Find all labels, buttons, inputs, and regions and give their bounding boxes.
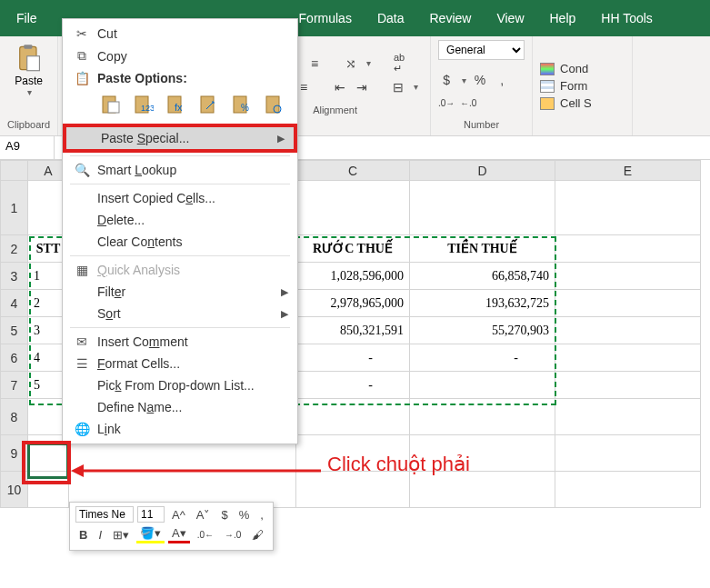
row-head[interactable]: 4 — [1, 290, 28, 317]
format-as-table[interactable]: Form — [540, 77, 625, 95]
ctx-quick-analysis: ▦Quick Analysis — [63, 259, 297, 281]
ctx-paste-options-header: 📋Paste Options: — [63, 67, 297, 89]
cell-header-tienthue[interactable]: TIỀN THUẾ — [410, 235, 555, 263]
mini-fill-color-icon[interactable]: 🪣▾ — [136, 525, 165, 543]
cell[interactable]: - — [296, 372, 410, 399]
svg-rect-2 — [26, 56, 39, 71]
cell[interactable]: 193,632,725 — [410, 290, 555, 317]
wrap-text-icon[interactable]: ab↵ — [391, 55, 407, 72]
cell[interactable]: - — [296, 344, 410, 372]
inc-indent-icon[interactable]: ⇥ — [354, 79, 370, 95]
comma-icon[interactable]: , — [494, 72, 510, 88]
percent-icon[interactable]: % — [472, 72, 488, 88]
orientation-icon[interactable]: ⤭ — [343, 55, 359, 72]
ctx-insert-comment[interactable]: ✉Insert Comment — [63, 331, 297, 353]
mini-currency-icon[interactable]: $ — [217, 507, 231, 523]
name-box[interactable]: A9 — [0, 136, 55, 159]
row-head[interactable]: 2 — [1, 235, 28, 263]
paste-opt-link[interactable] — [261, 91, 288, 118]
mini-font-size[interactable] — [137, 506, 165, 523]
paste-options-row: 123 fx % — [63, 89, 297, 124]
mini-shrink-font[interactable]: A˅ — [193, 507, 215, 523]
ctx-sort[interactable]: Sort▶ — [63, 303, 297, 324]
ctx-delete[interactable]: Delete... — [63, 209, 297, 231]
align-bot-icon[interactable]: ≡ — [306, 55, 323, 72]
mini-bold[interactable]: B — [75, 527, 91, 543]
group-number: General $▾ % , .0→ ←.0 Number — [431, 36, 533, 135]
mini-italic[interactable]: I — [95, 527, 105, 543]
cell[interactable] — [410, 372, 555, 399]
cell[interactable]: 2,978,965,000 — [296, 290, 410, 317]
paste-opt-formulas[interactable]: fx — [163, 91, 190, 118]
row-head[interactable]: 7 — [1, 372, 28, 399]
cell-header-truocthue[interactable]: RƯỚC THUẾ — [296, 235, 410, 263]
ctx-filter[interactable]: Filter▶ — [63, 281, 297, 303]
row-head[interactable]: 6 — [1, 344, 28, 372]
ctx-format-cells[interactable]: ☰Format Cells... — [63, 353, 297, 374]
dec-decimal-icon[interactable]: ←.0 — [460, 95, 476, 111]
mini-font-color-icon[interactable]: A▾ — [168, 525, 190, 543]
tab-file[interactable]: File — [4, 2, 50, 35]
submenu-arrow-icon: ▶ — [281, 308, 288, 320]
paste-opt-all[interactable] — [97, 91, 125, 118]
conditional-formatting[interactable]: Cond — [540, 60, 625, 77]
cell[interactable]: - — [410, 344, 555, 372]
search-icon: 🔍 — [72, 163, 92, 177]
clipboard-paste-icon — [16, 44, 42, 73]
paste-opt-transpose[interactable] — [195, 91, 223, 118]
col-head-d[interactable]: D — [410, 161, 555, 181]
mini-font-name[interactable] — [75, 506, 134, 523]
row-head[interactable]: 10 — [1, 472, 28, 508]
ctx-cut[interactable]: ✂Cut — [63, 23, 297, 45]
tab-hhtools[interactable]: HH Tools — [588, 2, 665, 35]
tab-view[interactable]: View — [484, 2, 536, 35]
mini-percent-icon[interactable]: % — [235, 507, 254, 523]
ctx-copy[interactable]: ⧉Copy — [63, 45, 297, 67]
tab-review[interactable]: Review — [417, 2, 485, 35]
mini-inc-decimal-icon[interactable]: →.0 — [221, 529, 245, 541]
group-number-label: Number — [438, 117, 525, 132]
select-all-corner[interactable] — [1, 161, 28, 181]
ctx-define-name[interactable]: Define Name... — [63, 396, 297, 418]
cell-styles[interactable]: Cell S — [540, 95, 625, 112]
chevron-down-icon: ▾ — [27, 87, 32, 97]
merge-icon[interactable]: ⊟ — [390, 79, 406, 95]
ctx-pick-list[interactable]: Pick From Drop-down List... — [63, 374, 297, 396]
tab-data[interactable]: Data — [365, 2, 417, 35]
group-alignment-label: Alignment — [313, 103, 357, 117]
row-head[interactable]: 8 — [1, 399, 28, 435]
submenu-arrow-icon: ▶ — [277, 133, 285, 145]
cell[interactable]: 66,858,740 — [410, 263, 555, 290]
number-format-select[interactable]: General — [438, 40, 525, 60]
context-menu: ✂Cut ⧉Copy 📋Paste Options: 123 fx % Past… — [62, 18, 298, 444]
ctx-link[interactable]: 🌐Link — [63, 418, 297, 440]
col-head-c[interactable]: C — [296, 161, 410, 181]
svg-rect-4 — [108, 102, 119, 113]
mini-grow-font[interactable]: A^ — [168, 507, 189, 523]
svg-text:%: % — [241, 103, 249, 113]
mini-borders-icon[interactable]: ⊞▾ — [109, 527, 133, 543]
mini-format-painter-icon[interactable]: 🖌 — [248, 527, 267, 543]
cell[interactable]: 55,270,903 — [410, 317, 555, 344]
ctx-paste-special[interactable]: Paste Special...▶ — [63, 124, 297, 153]
row-head[interactable]: 9 — [1, 435, 28, 472]
mini-dec-decimal-icon[interactable]: .0← — [194, 529, 217, 541]
dec-indent-icon[interactable]: ⇤ — [332, 79, 348, 95]
currency-icon[interactable]: $ — [438, 72, 455, 88]
group-styles: Cond Form Cell S — [533, 36, 633, 135]
row-head[interactable]: 5 — [1, 317, 28, 344]
cell[interactable]: 850,321,591 — [296, 317, 410, 344]
cell[interactable]: 1,028,596,000 — [296, 263, 410, 290]
mini-comma-icon[interactable]: , — [256, 507, 267, 523]
ctx-smart-lookup[interactable]: 🔍Smart Lookup — [63, 159, 297, 181]
ctx-clear-contents[interactable]: Clear Contents — [63, 231, 297, 253]
ctx-insert-copied[interactable]: Insert Copied Cells... — [63, 187, 297, 209]
row-head[interactable]: 3 — [1, 263, 28, 290]
paste-opt-values[interactable]: 123 — [130, 91, 157, 118]
tab-help[interactable]: Help — [537, 2, 589, 35]
row-head[interactable]: 1 — [1, 181, 28, 235]
paste-button[interactable]: Paste ▾ — [7, 40, 50, 101]
inc-decimal-icon[interactable]: .0→ — [438, 95, 455, 111]
col-head-e[interactable]: E — [555, 161, 701, 181]
paste-opt-formatting[interactable]: % — [228, 91, 255, 118]
